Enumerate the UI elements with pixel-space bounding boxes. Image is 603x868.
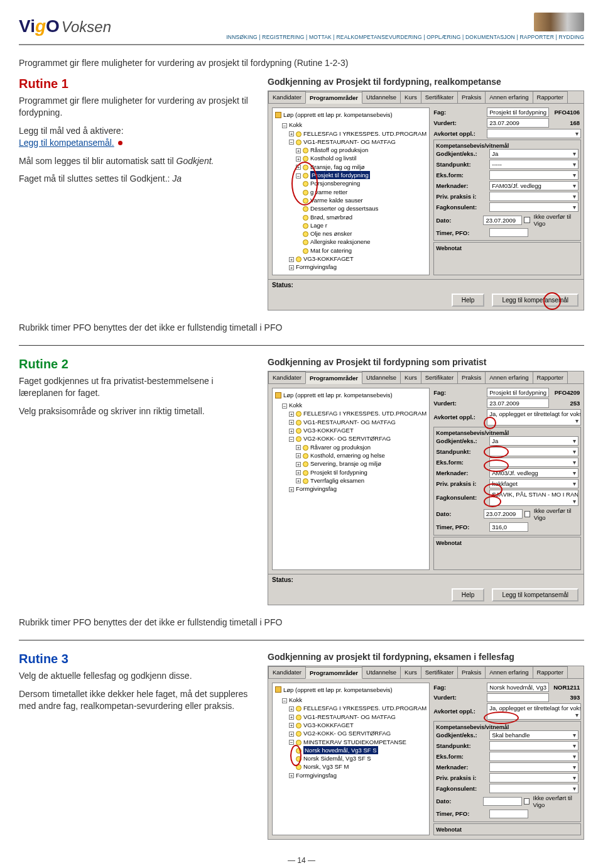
tree-item[interactable]: +Råvarer og produksjon xyxy=(296,443,426,451)
tree-item[interactable]: −MINSTEKRAV STUDIEKOMPETANSE Norsk hoved… xyxy=(289,738,426,771)
avkortet-field[interactable]: Ja, opplegget er tilrettelagt for voksne xyxy=(487,409,581,426)
tree-item[interactable]: Norsk hovedmål, Vg3 SF S xyxy=(296,746,426,754)
tree-panel-2[interactable]: Løp (opprett ett løp pr. kompetansebevis… xyxy=(272,388,430,570)
legg-til-kompetansemal-button[interactable]: Legg til kompetansemål xyxy=(492,588,579,602)
timer-field[interactable]: 316,0 xyxy=(489,522,528,532)
legg-til-kompetansemal-button[interactable]: Legg til kompetansemål xyxy=(492,294,579,307)
tab-programomrader[interactable]: Programområder xyxy=(305,667,362,679)
eksform-field[interactable] xyxy=(489,170,579,180)
fagk-field[interactable] xyxy=(489,202,579,212)
tree-item[interactable]: +VG1-RESTAURANT- OG MATFAG xyxy=(289,713,426,721)
priv-field[interactable]: kokkfaget xyxy=(489,479,579,488)
standpunkt-field[interactable] xyxy=(489,447,579,456)
timer-field[interactable] xyxy=(489,228,528,237)
priv-field[interactable] xyxy=(489,773,579,783)
priv-field[interactable] xyxy=(489,192,579,201)
tree-item[interactable]: Varme kalde sauser xyxy=(303,196,426,204)
tree-item[interactable]: +Bransje, fag og miljø xyxy=(296,163,426,171)
timer-field[interactable] xyxy=(489,810,528,818)
godkjent-field[interactable]: Ja xyxy=(489,436,579,446)
tab-utdannelse[interactable]: Utdannelse xyxy=(362,91,401,103)
tab-annen-erfaring[interactable]: Annen erfaring xyxy=(485,666,533,678)
tab-kandidater[interactable]: Kandidater xyxy=(268,666,306,678)
tree-item-selected[interactable]: −Prosjekt til fordypning Porsjonsberegni… xyxy=(296,171,426,255)
tree-item[interactable]: Lage r xyxy=(303,221,426,229)
tab-praksis[interactable]: Praksis xyxy=(457,91,486,103)
tree-item[interactable]: +Råstoff og produksjon xyxy=(296,146,426,154)
tree-item[interactable]: +Prosjekt til fordypning xyxy=(296,468,426,476)
tree-panel-3[interactable]: Løp (opprett ett løp pr. kompetansebevis… xyxy=(272,683,430,835)
dato-field[interactable]: 23.07.2009 xyxy=(484,509,523,519)
vurdert-field[interactable] xyxy=(487,693,549,702)
vurdert-field[interactable]: 23.07.2009 xyxy=(487,398,549,408)
tree-item[interactable]: Mat for catering xyxy=(303,246,426,255)
tab-praksis[interactable]: Praksis xyxy=(457,371,486,383)
tree-item[interactable]: +Tverrfaglig eksamen xyxy=(296,476,426,485)
dato-field[interactable]: 23.07.2009 xyxy=(483,216,522,225)
tree-item[interactable]: −VG2-KOKK- OG SERVITØRFAG +Råvarer og pr… xyxy=(289,434,426,485)
tree-item[interactable]: g varme retter xyxy=(303,188,426,196)
avkortet-field[interactable]: Ja, opplegget er tilrettelagt for voksne xyxy=(487,703,581,720)
tree-item[interactable]: Desserter og dessertsaus xyxy=(303,204,426,212)
tree-item[interactable]: Norsk, Vg3 SF M xyxy=(296,762,426,771)
tab-annen-erfaring[interactable]: Annen erfaring xyxy=(485,371,533,383)
fagk-field[interactable] xyxy=(489,784,579,793)
tab-sertifikater[interactable]: Sertifikater xyxy=(421,666,458,678)
tree-item[interactable]: +VG2-KOKK- OG SERVITØRFAG xyxy=(289,729,426,737)
godkjent-field[interactable]: Skal behandle xyxy=(489,730,579,740)
tree-item[interactable]: +FELLESFAG I YRKESSPES. UTD.PROGRAM xyxy=(289,704,426,712)
tab-kandidater[interactable]: Kandidater xyxy=(268,91,306,103)
tab-programomrader[interactable]: Programområder xyxy=(305,372,362,384)
tree-item[interactable]: +VG3-KOKKFAGET xyxy=(289,721,426,729)
tab-kurs[interactable]: Kurs xyxy=(400,666,421,678)
tree-item[interactable]: Allergiske reaksjonene xyxy=(303,238,426,246)
eksform-field[interactable] xyxy=(489,458,579,467)
tree-item[interactable]: Porsjonsberegning xyxy=(303,179,426,187)
tab-rapporter[interactable]: Rapporter xyxy=(533,371,568,383)
tree-item[interactable]: +Formgivingsfag xyxy=(289,263,426,271)
fag-field[interactable]: Norsk hovedmål, Vg3 SF S xyxy=(487,683,549,692)
tab-rapporter[interactable]: Rapporter xyxy=(533,666,568,678)
tab-utdannelse[interactable]: Utdannelse xyxy=(362,371,401,383)
merknader-field[interactable]: AM03/Jf. vedlegg xyxy=(489,468,579,478)
tree-root-2[interactable]: −Kokk +FELLESFAG I YRKESSPES. UTD.PROGRA… xyxy=(282,401,426,493)
merknader-field[interactable]: FAM03/Jf. vedlegg xyxy=(489,181,579,190)
tree-root-3[interactable]: −Kokk +FELLESFAG I YRKESSPES. UTD.PROGRA… xyxy=(282,696,426,779)
help-button[interactable]: Help xyxy=(452,588,485,602)
tree-item[interactable]: +Kosthold og livstil xyxy=(296,154,426,162)
tab-kurs[interactable]: Kurs xyxy=(400,371,421,383)
tab-praksis[interactable]: Praksis xyxy=(457,666,486,678)
tree-item[interactable]: +FELLESFAG I YRKESSPES. UTD.PROGRAM xyxy=(289,409,426,417)
tab-programomrader[interactable]: Programområder xyxy=(305,92,362,104)
tab-rapporter[interactable]: Rapporter xyxy=(533,91,568,103)
eksform-field[interactable] xyxy=(489,752,579,761)
tree-item[interactable]: +VG3-KOKKFAGET xyxy=(289,426,426,434)
merknader-field[interactable] xyxy=(489,762,579,772)
tree-panel-1[interactable]: Løp (opprett ett løp pr. kompetansebevis… xyxy=(272,107,430,275)
tab-kandidater[interactable]: Kandidater xyxy=(268,371,306,383)
tab-sertifikater[interactable]: Sertifikater xyxy=(421,371,458,383)
standpunkt-field[interactable]: ----- xyxy=(489,160,579,169)
tree-item[interactable]: +Kosthold, ernæring og helse xyxy=(296,451,426,459)
vurdert-field[interactable]: 23.07.2009 xyxy=(487,118,549,128)
tree-item[interactable]: Brød, smørbrød xyxy=(303,213,426,221)
dato-field[interactable] xyxy=(483,797,522,806)
tree-item[interactable]: Norsk Sidemål, Vg3 SF S xyxy=(296,754,426,762)
tab-utdannelse[interactable]: Utdannelse xyxy=(362,666,401,678)
ikke-overfor-checkbox[interactable] xyxy=(524,217,530,223)
tab-sertifikater[interactable]: Sertifikater xyxy=(421,91,458,103)
tab-kurs[interactable]: Kurs xyxy=(400,91,421,103)
legg-til-kompetansemal-link[interactable]: Legg til kompetansemål. xyxy=(19,138,114,148)
fag-field[interactable]: Prosjekt til fordypning xyxy=(487,388,549,397)
tree-item[interactable]: +VG1-RESTAURANT- OG MATFAG xyxy=(289,418,426,426)
tree-root-1[interactable]: −Kokk +FELLESFAG I YRKESSPES. UTD.PROGRA… xyxy=(282,121,426,271)
ikke-overfort-checkbox[interactable] xyxy=(524,798,530,805)
tree-item[interactable]: +Formgivingsfag xyxy=(289,771,426,779)
tree-item[interactable]: Olje nes ønsker xyxy=(303,229,426,238)
tree-item[interactable]: +Formgivingsfag xyxy=(289,485,426,493)
fagk-field[interactable]: SJÅVIK, PÅL STIAN - MO I RANA xyxy=(489,490,579,506)
help-button[interactable]: Help xyxy=(452,294,485,307)
tree-item[interactable]: −VG1-RESTAURANT- OG MATFAG +Råstoff og p… xyxy=(289,138,426,255)
godkjent-field[interactable]: Ja xyxy=(489,149,579,158)
avkortet-field[interactable] xyxy=(487,129,581,138)
